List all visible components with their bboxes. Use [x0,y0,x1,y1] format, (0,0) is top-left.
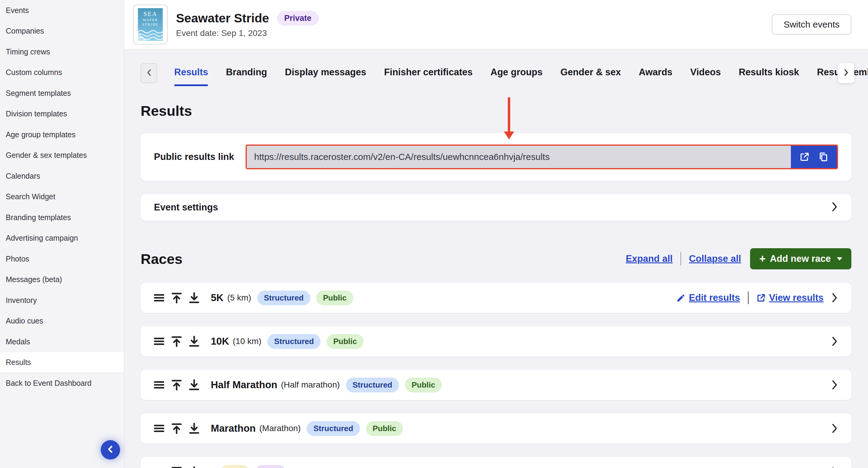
upload-results-button[interactable] [172,292,182,304]
open-link-button[interactable] [799,152,810,162]
race-row: 10K(10 km)StructuredPublic [141,326,851,356]
drag-handle[interactable] [154,423,164,434]
hamburger-icon [154,423,164,434]
download-results-button[interactable] [189,467,199,468]
drag-handle[interactable] [154,380,164,390]
upload-results-button[interactable] [172,336,182,347]
upload-icon [172,292,182,304]
tab-display-messages[interactable]: Display messages [285,63,366,86]
tabs-scroll-right-button[interactable] [838,63,855,83]
main-content: SEA WATER STRIDE Seawater Stride Private… [124,0,868,468]
url-actions [791,146,837,168]
tab-age-groups[interactable]: Age groups [491,63,542,86]
download-icon [189,423,199,434]
sidebar-item-gender-sex-templates[interactable]: Gender & sex templates [0,145,124,166]
annotation-arrow [508,97,510,131]
sidebar-item-search-widget[interactable]: Search Widget [0,187,124,208]
collapse-all-link[interactable]: Collapse all [689,253,741,264]
links-divider [681,252,681,266]
public-results-url-field[interactable]: https://results.raceroster.com/v2/en-CA/… [246,145,838,169]
sidebar-item-inventory[interactable]: Inventory [0,290,124,311]
public-results-url: https://results.raceroster.com/v2/en-CA/… [247,146,791,168]
event-header-text: Seawater Stride Private Event date: Sep … [176,11,319,38]
sidebar-item-advertising-campaign[interactable]: Advertising campaign [0,228,124,249]
expand-all-link[interactable]: Expand all [626,253,673,264]
edit-results-link[interactable]: Edit results [676,292,740,303]
download-icon [189,292,199,304]
add-new-race-button[interactable]: + Add new race [750,248,851,269]
expand-race-button[interactable] [831,292,838,303]
race-badge-cream [220,465,249,468]
pencil-icon [676,293,686,303]
expand-race-button[interactable] [831,423,838,434]
race-badge-public: Public [316,290,353,305]
upload-results-button[interactable] [172,379,182,391]
switch-events-button[interactable]: Switch events [772,14,851,34]
chevron-right-icon [831,201,838,213]
sidebar-item-audio-cues[interactable]: Audio cues [0,311,124,332]
sidebar-item-messages-beta-[interactable]: Messages (beta) [0,269,124,290]
add-new-race-label: Add new race [770,253,831,264]
copy-link-button[interactable] [818,152,828,162]
race-name: 10K [211,336,229,347]
tab-branding[interactable]: Branding [226,63,267,86]
download-results-button[interactable] [189,292,199,304]
expand-race-button[interactable] [831,336,838,347]
race-badge-public: Public [327,334,364,349]
sidebar-item-photos[interactable]: Photos [0,249,124,269]
tabs-scroll-left-button[interactable] [141,63,157,83]
race-distance: (5 km) [227,293,251,303]
chevron-left-icon [146,69,152,78]
sidebar: EventsCompaniesTiming crewsCustom column… [0,0,124,468]
chevron-right-icon [831,423,838,434]
tab-gender-sex[interactable]: Gender & sex [560,63,621,86]
sidebar-item-division-templates[interactable]: Division templates [0,104,124,125]
expand-race-button[interactable] [831,467,838,468]
race-rows: 5K(5 km)StructuredPublicEdit resultsView… [124,283,868,468]
sidebar-item-age-group-templates[interactable]: Age group templates [0,124,124,145]
upload-icon [172,467,182,468]
tab-videos[interactable]: Videos [690,63,721,86]
sidebar-item-custom-columns[interactable]: Custom columns [0,62,124,83]
download-results-button[interactable] [189,336,199,347]
sidebar-item-results[interactable]: Results [0,352,124,373]
hamburger-icon [154,380,164,390]
sidebar-item-timing-crews[interactable]: Timing crews [0,41,124,62]
plus-icon: + [759,253,766,264]
sidebar-item-calendars[interactable]: Calendars [0,166,124,187]
upload-results-button[interactable] [172,467,182,468]
sidebar-item-branding-templates[interactable]: Branding templates [0,207,124,228]
download-icon [189,336,199,347]
race-badge-public: Public [405,378,442,393]
tab-results-kiosk[interactable]: Results kiosk [739,63,799,86]
drag-handle[interactable] [154,467,164,468]
download-results-button[interactable] [189,379,199,391]
tab-results[interactable]: Results [174,63,208,86]
privacy-badge: Private [277,11,319,26]
sidebar-item-events[interactable]: Events [0,0,124,21]
logo-text-line: SEA [138,8,163,18]
drag-handle[interactable] [154,336,164,346]
sidebar-item-back-to-event-dashboard[interactable]: Back to Event Dashboard [0,373,124,394]
logo-text-line: WATER [138,18,163,22]
drag-handle[interactable] [154,293,164,303]
event-settings-row[interactable]: Event settings [141,194,851,221]
expand-race-button[interactable] [831,379,838,390]
view-results-link[interactable]: View results [756,292,824,303]
download-results-button[interactable] [189,423,199,434]
chevron-right-icon [831,292,838,303]
sidebar-item-companies[interactable]: Companies [0,21,124,42]
chevron-left-icon [106,445,114,455]
sidebar-collapse-button[interactable] [101,440,120,460]
public-results-card: Public results link https://results.race… [141,133,851,181]
public-results-link-label: Public results link [154,152,234,162]
tab-awards[interactable]: Awards [639,63,672,86]
race-name: 5K [211,292,223,304]
race-row: 5K(5 km)StructuredPublicEdit resultsView… [141,283,851,313]
tab-finisher-certificates[interactable]: Finisher certificates [384,63,473,86]
hamburger-icon [154,293,164,303]
sidebar-item-segment-templates[interactable]: Segment templates [0,83,124,104]
race-badge-lavender [255,465,286,468]
sidebar-item-medals[interactable]: Medals [0,331,124,352]
upload-results-button[interactable] [172,423,182,434]
